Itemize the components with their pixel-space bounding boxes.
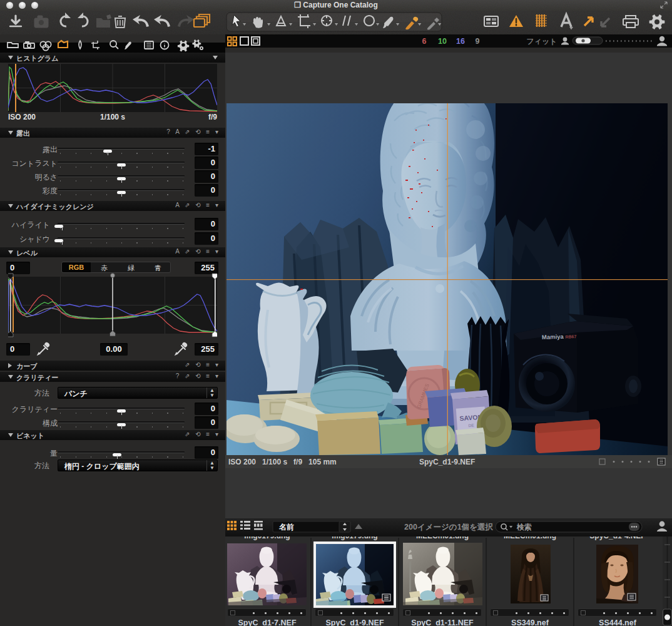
svg-text:名前: 名前 [278, 523, 294, 531]
svg-text:検索: 検索 [516, 523, 532, 531]
svg-text:16: 16 [456, 37, 465, 46]
svg-text:フィット: フィット [526, 37, 557, 46]
svg-text:10: 10 [438, 37, 447, 46]
svg-text:6: 6 [422, 37, 427, 46]
svg-text:200イメージの1個を選択: 200イメージの1個を選択 [404, 523, 493, 531]
svg-text:9: 9 [476, 37, 480, 46]
